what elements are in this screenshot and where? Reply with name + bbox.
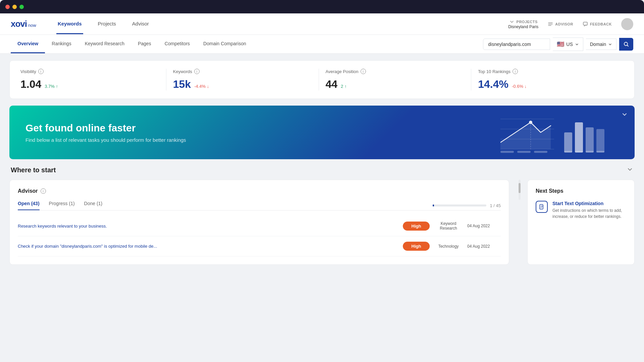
scrollbar-thumb — [519, 183, 521, 193]
progress-text: 1 / 45 — [490, 203, 501, 208]
svg-rect-16 — [564, 151, 572, 153]
advisor-nav-item[interactable]: ADVISOR — [548, 21, 573, 27]
advisor-card-title: Advisor — [18, 188, 38, 194]
window-close-dot[interactable] — [5, 5, 10, 9]
progress-track — [433, 204, 486, 206]
search-button[interactable] — [619, 38, 633, 51]
logo-xovi: xovi — [11, 19, 27, 29]
feedback-label: FEEDBACK — [590, 22, 612, 26]
svg-rect-11 — [534, 151, 547, 153]
stat-keywords-value: 15k -4.4% ↓ — [173, 78, 312, 90]
keywords-info-icon[interactable]: i — [194, 69, 200, 74]
task-category-1: KeywordResearch — [435, 221, 462, 231]
logo: xovi now — [11, 19, 36, 29]
scrollbar-track[interactable] — [519, 180, 521, 200]
window-minimize-dot[interactable] — [12, 5, 17, 9]
task-date-2: 04 Aug 2022 — [467, 244, 501, 249]
domain-type-chevron-icon — [608, 42, 612, 46]
subnav-rankings[interactable]: Rankings — [45, 35, 78, 53]
tab-progress[interactable]: Progress (1) — [49, 201, 75, 210]
promo-banner: Get found online faster Find below a lis… — [9, 106, 635, 159]
svg-rect-19 — [596, 151, 604, 153]
task-text-1[interactable]: Research keywords relevant to your busin… — [18, 224, 397, 229]
nav-keywords[interactable]: Keywords — [56, 14, 83, 34]
section-title: Where to start — [11, 166, 56, 174]
progress-fill — [433, 204, 434, 206]
feedback-icon-area: FEEDBACK — [583, 21, 612, 27]
task-text-2[interactable]: Check if your domain "disneylandparis.co… — [18, 244, 397, 249]
avg-position-delta: 2 ↑ — [341, 84, 346, 89]
next-steps-card: Next Steps Start Text Optimization Get i… — [527, 180, 635, 265]
top10-info-icon[interactable]: i — [513, 69, 518, 74]
window-maximize-dot[interactable] — [19, 5, 24, 9]
nav-advisor[interactable]: Advisor — [131, 14, 150, 34]
table-row: Research keywords relevant to your busin… — [18, 216, 501, 236]
logo-now: now — [28, 23, 36, 28]
advisor-icon-area: ADVISOR — [548, 21, 573, 27]
advisor-card-header: Advisor i — [18, 188, 501, 194]
svg-rect-10 — [517, 151, 531, 153]
where-to-start-section: Advisor i Open (43) Progress (1) Done (1… — [9, 180, 635, 265]
chevron-down-icon — [509, 19, 515, 24]
tab-open[interactable]: Open (43) — [18, 201, 40, 210]
country-selector[interactable]: 🇺🇸 US — [553, 38, 583, 51]
projects-label: PROJECTS — [517, 20, 538, 24]
stat-keywords-label: Keywords i — [173, 69, 312, 74]
next-step-icon — [536, 201, 548, 213]
search-icon — [624, 42, 629, 47]
feedback-icon — [583, 21, 588, 27]
banner-collapse-icon[interactable] — [621, 111, 628, 119]
stat-avg-position-label: Average Position i — [326, 69, 465, 74]
section-chevron-icon[interactable] — [627, 166, 633, 174]
next-step-content: Start Text Optimization Get instructions… — [552, 201, 626, 220]
projects-nav-item[interactable]: PROJECTS Disneyland Paris — [508, 19, 538, 29]
top-nav-right: PROJECTS Disneyland Paris ADVISOR — [508, 18, 633, 30]
banner-title: Get found online faster — [25, 122, 619, 134]
task-category-2: Technology — [435, 244, 462, 249]
avg-position-info-icon[interactable]: i — [361, 69, 366, 74]
flag-icon: 🇺🇸 — [557, 41, 564, 48]
list-icon — [548, 21, 553, 27]
advisor-tabs: Open (43) Progress (1) Done (1) 1 / 45 — [18, 201, 501, 210]
next-step-heading[interactable]: Start Text Optimization — [552, 201, 626, 206]
subnav-keyword-research[interactable]: Keyword Research — [78, 35, 131, 53]
stat-keywords: Keywords i 15k -4.4% ↓ — [166, 69, 319, 90]
domain-search-input[interactable] — [483, 39, 550, 50]
visibility-info-icon[interactable]: i — [38, 69, 44, 74]
subnav-competitors[interactable]: Competitors — [158, 35, 197, 53]
priority-badge-1: High — [403, 222, 430, 231]
nav-projects[interactable]: Projects — [97, 14, 117, 34]
user-avatar[interactable] — [621, 18, 633, 30]
top-nav: xovi now Keywords Projects Advisor PROJE… — [0, 13, 644, 35]
task-list: Research keywords relevant to your busin… — [18, 216, 501, 256]
main-content: Visibility i 1.04 3.7% ↑ Keywords i 15k … — [0, 54, 644, 362]
top10-delta: -0.6% ↓ — [512, 84, 527, 89]
stat-top10: Top 10 Rankings i 14.4% -0.6% ↓ — [471, 69, 624, 90]
country-chevron-icon — [575, 42, 579, 46]
next-step-desc: Get instructions on which terms to add, … — [552, 207, 626, 220]
svg-rect-17 — [575, 151, 583, 153]
svg-rect-18 — [586, 151, 594, 153]
stat-avg-position: Average Position i 44 2 ↑ — [319, 69, 472, 90]
task-date-1: 04 Aug 2022 — [467, 224, 501, 228]
domain-type-selector[interactable]: Domain — [586, 39, 616, 50]
subnav-pages[interactable]: Pages — [131, 35, 158, 53]
title-bar — [0, 0, 644, 13]
tab-done[interactable]: Done (1) — [84, 201, 102, 210]
visibility-delta: 3.7% ↑ — [45, 84, 58, 89]
feedback-nav-item[interactable]: FEEDBACK — [583, 21, 612, 27]
subnav-domain-comparison[interactable]: Domain Comparison — [197, 35, 253, 53]
stat-avg-position-value: 44 2 ↑ — [326, 78, 465, 90]
stat-visibility: Visibility i 1.04 3.7% ↑ — [20, 69, 166, 90]
subnav-overview[interactable]: Overview — [11, 35, 45, 53]
priority-badge-2: High — [403, 242, 430, 251]
advisor-info-icon[interactable]: i — [41, 188, 46, 194]
advisor-progress-bar: 1 / 45 — [433, 203, 501, 208]
keywords-delta: -4.4% ↓ — [194, 84, 209, 89]
domain-type-label: Domain — [590, 42, 606, 47]
table-row: Check if your domain "disneylandparis.co… — [18, 236, 501, 256]
stat-visibility-label: Visibility i — [20, 69, 159, 74]
svg-rect-0 — [583, 22, 587, 25]
stat-top10-label: Top 10 Rankings i — [478, 69, 617, 74]
projects-sublabel: Disneyland Paris — [508, 24, 538, 29]
